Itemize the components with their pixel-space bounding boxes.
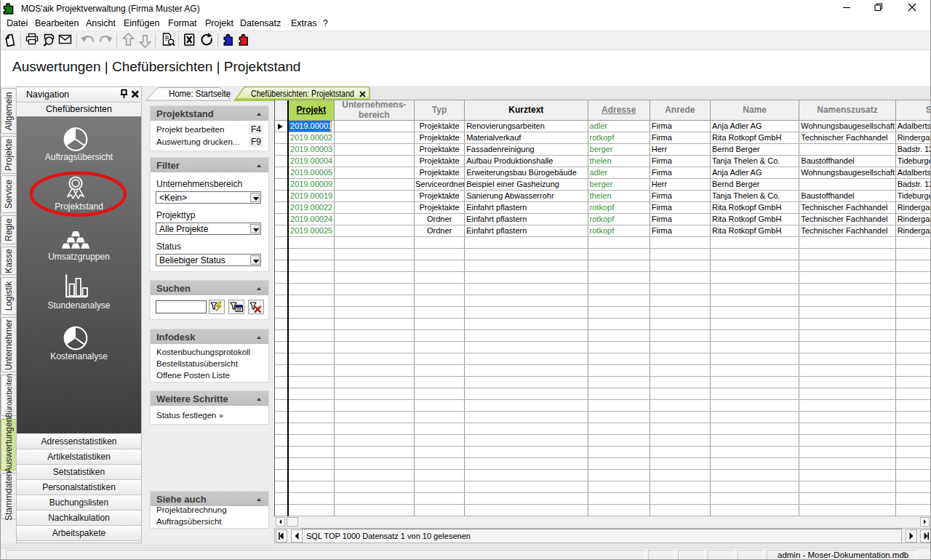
svg-text:Chefübersichten: Projektstand: Chefübersichten: Projektstand [251, 89, 354, 99]
svg-text:Home: Startseite: Home: Startseite [169, 89, 231, 99]
